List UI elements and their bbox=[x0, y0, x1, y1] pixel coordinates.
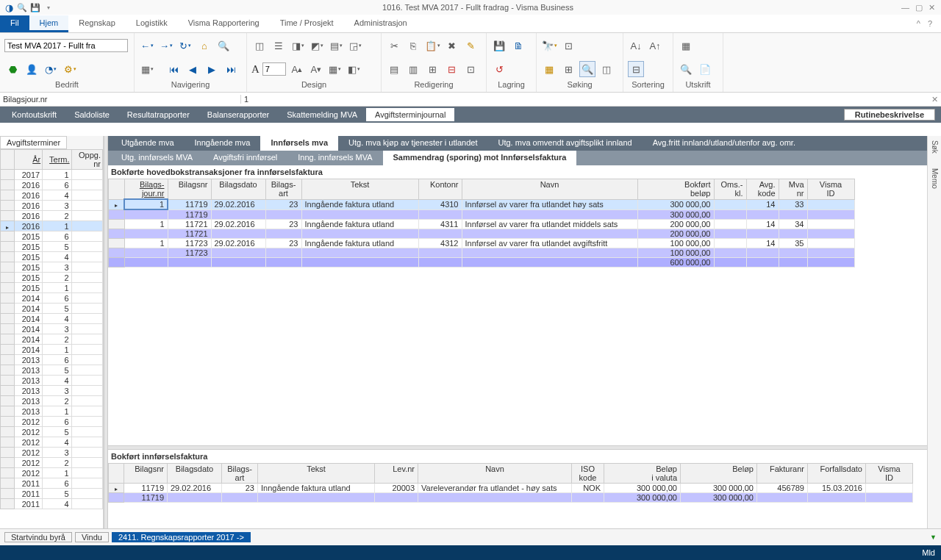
ribbon-group-lagring: Lagring bbox=[491, 79, 532, 89]
menu-tab-regnskap[interactable]: Regnskap bbox=[68, 15, 126, 32]
sort-asc-icon[interactable]: A↓ bbox=[628, 37, 644, 54]
ribbon-collapse-icon[interactable]: ^ bbox=[917, 19, 920, 28]
nav-tab-saldoliste[interactable]: Saldoliste bbox=[65, 108, 118, 121]
nav-tab-skattemelding-mva[interactable]: Skattemelding MVA bbox=[278, 108, 366, 121]
rutine-button[interactable]: Rutinebeskrivelse bbox=[844, 109, 935, 121]
menu-bar: Fil HjemRegnskapLogistikkVisma Rapporter… bbox=[0, 15, 941, 33]
user-icon[interactable]: 👤 bbox=[24, 61, 40, 77]
nav-first[interactable]: ⏮ bbox=[165, 61, 182, 77]
fill-icon[interactable]: ◧ bbox=[346, 61, 362, 77]
menu-tab-administrasjon[interactable]: Administrasjon bbox=[344, 15, 418, 32]
undo-save-icon[interactable]: ↺ bbox=[491, 61, 507, 77]
nav-tab-kontoutskrift[interactable]: Kontoutskrift bbox=[3, 108, 65, 121]
nav-tab-balanserapporter[interactable]: Balanserapporter bbox=[198, 108, 278, 121]
file-menu[interactable]: Fil bbox=[0, 15, 29, 32]
print-icon[interactable]: ▦ bbox=[678, 37, 694, 54]
formula-close-icon[interactable]: ✕ bbox=[931, 95, 938, 104]
visma-icon: ◑ bbox=[3, 1, 15, 13]
ribbon-group-bedrift: Bedrift bbox=[4, 79, 129, 89]
ribbon-group-design: Design bbox=[251, 79, 376, 89]
company-icon[interactable]: ⬣ bbox=[4, 61, 21, 77]
print-settings-icon[interactable]: 📄 bbox=[697, 61, 713, 77]
ribbon-group-navigering: Navigering bbox=[139, 79, 242, 89]
nav-find[interactable]: 🔍 bbox=[215, 37, 232, 54]
font-shrink-icon[interactable]: A▾ bbox=[308, 61, 324, 77]
color-icon[interactable]: ▦ bbox=[327, 61, 343, 77]
save-all-icon[interactable]: 🗎 bbox=[510, 37, 526, 54]
design-b-icon[interactable]: ☰ bbox=[271, 37, 287, 54]
search-a-icon[interactable]: ▦ bbox=[541, 61, 557, 77]
help-icon[interactable]: ? bbox=[928, 19, 932, 28]
search-select-icon[interactable]: ⊡ bbox=[560, 37, 576, 54]
font-A-icon: A bbox=[251, 63, 260, 76]
edit-d-icon[interactable]: ⊟ bbox=[443, 61, 459, 77]
menu-tab-logistikk[interactable]: Logistikk bbox=[126, 15, 178, 32]
menu-tab-visma-rapportering[interactable]: Visma Rapportering bbox=[178, 15, 270, 32]
font-grow-icon[interactable]: A▴ bbox=[289, 61, 305, 77]
menu-tab-hjem[interactable]: Hjem bbox=[29, 15, 69, 32]
nav-back[interactable]: ← bbox=[139, 37, 155, 54]
search-zoom-icon[interactable]: 🔍 bbox=[579, 61, 595, 77]
sort-desc-icon[interactable]: A↑ bbox=[647, 37, 663, 54]
nav-home[interactable]: ⌂ bbox=[196, 37, 212, 54]
design-e-icon[interactable]: ▤ bbox=[328, 37, 344, 54]
maximize-button[interactable]: ▢ bbox=[915, 3, 923, 12]
grid-icon[interactable]: ▦ bbox=[139, 61, 155, 77]
name-box[interactable]: Bilagsjour.nr bbox=[0, 95, 241, 104]
edit-c-icon[interactable]: ⊞ bbox=[424, 61, 440, 77]
edit-a-icon[interactable]: ▤ bbox=[386, 61, 402, 77]
formula-bar: Bilagsjour.nr 1 ✕ bbox=[0, 93, 941, 107]
settings-icon[interactable]: ⚙ bbox=[62, 61, 78, 77]
cut-icon[interactable]: ✂ bbox=[386, 37, 402, 54]
company-select[interactable] bbox=[4, 39, 128, 52]
minimize-button[interactable]: — bbox=[901, 3, 909, 12]
ribbon-group-sortering: Sortering bbox=[628, 79, 668, 89]
font-size-input[interactable] bbox=[262, 62, 286, 76]
delete-icon[interactable]: ✖ bbox=[443, 37, 459, 54]
design-d-icon[interactable]: ◩ bbox=[309, 37, 325, 54]
nav-refresh[interactable]: ↻ bbox=[177, 37, 193, 54]
copy-icon[interactable]: ⎘ bbox=[405, 37, 421, 54]
preview-icon[interactable]: 🔍 bbox=[16, 1, 28, 13]
search-c-icon[interactable]: ◫ bbox=[598, 61, 615, 77]
ribbon-group-soking: Søking bbox=[541, 79, 618, 89]
nav-tab-avgiftsterminjournal[interactable]: Avgiftsterminjournal bbox=[366, 108, 454, 121]
design-f-icon[interactable]: ◲ bbox=[347, 37, 363, 54]
nav-tab-resultatrapporter[interactable]: Resultatrapporter bbox=[118, 108, 198, 121]
title-bar: ◑ 🔍 💾 ▾ 1016. Test MVA 2017 - Fullt frad… bbox=[0, 0, 941, 15]
ribbon-group-redigering: Redigering bbox=[386, 79, 482, 89]
design-a-icon[interactable]: ◫ bbox=[251, 37, 268, 54]
sort-clear-icon[interactable]: ⊟ bbox=[628, 61, 644, 77]
nav-prev[interactable]: ◀ bbox=[185, 61, 201, 77]
edit-b-icon[interactable]: ▥ bbox=[405, 61, 421, 77]
report-tabs: KontoutskriftSaldolisteResultatrapporter… bbox=[0, 107, 941, 123]
edit-e-icon[interactable]: ⊡ bbox=[462, 61, 479, 77]
nav-next[interactable]: ▶ bbox=[204, 61, 220, 77]
design-c-icon[interactable]: ◨ bbox=[290, 37, 306, 54]
close-button[interactable]: ✕ bbox=[929, 3, 935, 12]
qat-dropdown[interactable]: ▾ bbox=[43, 1, 54, 13]
ribbon-group-utskrift: Utskrift bbox=[678, 79, 718, 89]
save-icon[interactable]: 💾 bbox=[491, 37, 507, 54]
wand-icon[interactable]: ✎ bbox=[462, 37, 479, 54]
nav-forward[interactable]: → bbox=[158, 37, 174, 54]
paste-icon[interactable]: 📋 bbox=[424, 37, 440, 54]
save-icon[interactable]: 💾 bbox=[29, 1, 41, 13]
binoculars-icon[interactable]: 🔭 bbox=[541, 37, 557, 54]
preview-print-icon[interactable]: 🔍 bbox=[678, 61, 694, 77]
chart-icon[interactable]: ◔ bbox=[43, 61, 59, 77]
ribbon: ⬣ 👤 ◔ ⚙ Bedrift ← → ↻ ⌂ 🔍 ▦ ⏮ ◀ ▶ ⏭ bbox=[0, 33, 941, 93]
search-b-icon[interactable]: ⊞ bbox=[560, 61, 576, 77]
nav-last[interactable]: ⏭ bbox=[223, 61, 239, 77]
quick-access: ◑ 🔍 💾 ▾ bbox=[3, 1, 54, 13]
formula-value[interactable]: 1 ✕ bbox=[241, 95, 941, 104]
window-title: 1016. Test MVA 2017 - Fullt fradrag - Vi… bbox=[54, 3, 901, 12]
menu-tab-time-prosjekt[interactable]: Time / Prosjekt bbox=[270, 15, 344, 32]
